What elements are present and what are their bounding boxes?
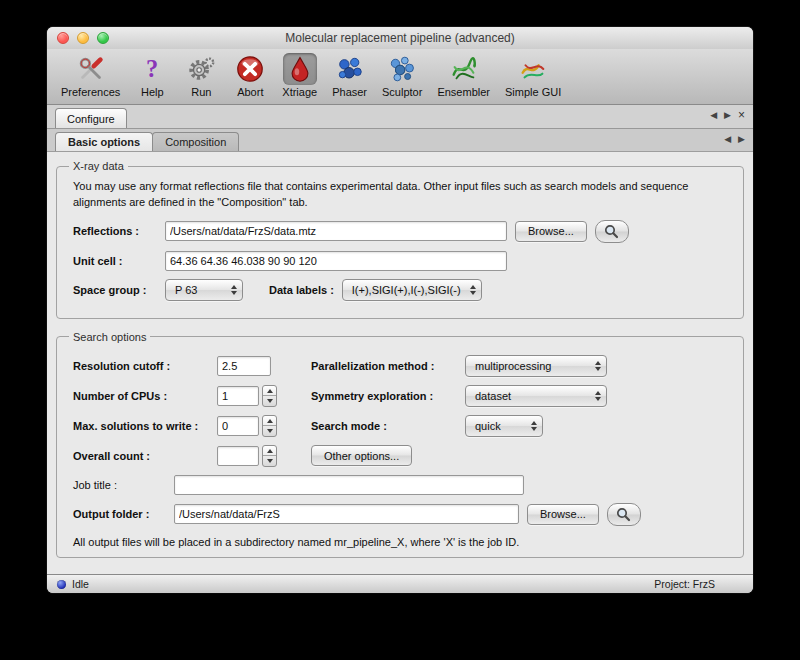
reflections-search-button[interactable] [595,220,629,243]
resolution-label: Resolution cutoff : [73,360,209,372]
resolution-input[interactable] [217,356,271,376]
reflections-row: Reflections : Browse... [73,220,733,243]
toolbar-button-phaser[interactable]: Phaser [328,52,371,99]
toolbar-label: Ensembler [437,86,490,98]
job-title-row: Job title : [73,475,733,495]
toolbar-label: Abort [237,86,263,98]
search-options-group: Search options Resolution cutoff : Paral… [56,331,744,558]
resolution-row: Resolution cutoff : Parallelization meth… [73,355,733,377]
output-folder-search-button[interactable] [607,503,641,526]
toolbar-button-preferences[interactable]: Preferences [57,52,124,99]
stepper-up-icon[interactable] [263,416,276,427]
reflections-input[interactable] [165,221,507,241]
tab-composition[interactable]: Composition [152,132,239,151]
cpus-label: Number of CPUs : [73,390,209,402]
search-mode-value: quick [475,420,501,432]
job-title-input[interactable] [174,475,524,495]
max-solutions-stepper[interactable] [262,415,277,437]
toolbar-label: Phaser [332,86,367,98]
page-tabstrip-nav: ◀ ▶ [724,134,745,145]
output-folder-input[interactable] [174,504,519,524]
tab-close-icon[interactable]: × [738,110,745,121]
minimize-window-button[interactable] [77,32,89,44]
other-options-button[interactable]: Other options... [311,445,412,466]
xray-description: You may use any format reflections file … [73,179,723,211]
data-labels-popup[interactable]: I(+),SIGI(+),I(-),SIGI(-) [342,279,482,301]
zoom-window-button[interactable] [97,32,109,44]
tab-composition-label: Composition [165,136,226,148]
close-window-button[interactable] [57,32,69,44]
stepper-down-icon[interactable] [263,456,276,466]
tab-basic-options[interactable]: Basic options [55,132,153,151]
toolbar-button-sculptor[interactable]: Sculptor [378,52,426,99]
space-group-popup[interactable]: P 63 [165,279,243,301]
stepper-down-icon[interactable] [263,426,276,436]
max-solutions-row: Max. solutions to write : Search mode : … [73,415,733,437]
toolbar-button-xtriage[interactable]: Xtriage [278,52,321,99]
phaser-icon [333,53,367,85]
magnifier-icon [616,507,631,522]
sculptor-icon [385,53,419,85]
project-label: Project: FrzS [654,578,715,590]
toolbar: Preferences ? Help Run [47,49,753,105]
overall-count-row: Overall count : Other options... [73,445,733,467]
cpus-stepper[interactable] [262,385,277,407]
unit-cell-row: Unit cell : [73,251,733,271]
output-folder-row: Output folder : Browse... [73,503,733,526]
toolbar-button-run[interactable]: Run [180,52,222,99]
popup-arrows-icon [529,421,537,431]
popup-arrows-icon [229,285,237,295]
cpus-input[interactable] [217,386,259,406]
tab-configure-label: Configure [67,113,115,125]
toolbar-label: Sculptor [382,86,422,98]
space-group-value: P 63 [175,284,197,296]
reflections-label: Reflections : [73,225,157,237]
search-mode-label: Search mode : [311,420,457,432]
title-bar[interactable]: Molecular replacement pipeline (advanced… [47,27,753,49]
popup-arrows-icon [593,391,601,401]
popup-arrows-icon [468,285,476,295]
toolbar-label: Preferences [61,86,120,98]
toolbar-button-simple-gui[interactable]: Simple GUI [501,52,565,99]
tab-configure[interactable]: Configure [55,108,127,128]
tabstrip-nav: ◀ ▶ × [710,110,745,121]
xray-group-title: X-ray data [69,160,128,172]
overall-count-input[interactable] [217,446,259,466]
preferences-icon [74,53,108,85]
status-bar: Idle Project: FrzS [47,574,753,593]
parallelization-popup[interactable]: multiprocessing [465,355,607,377]
tab-prev-icon[interactable]: ◀ [724,134,731,145]
unit-cell-input[interactable] [165,251,507,271]
toolbar-button-abort[interactable]: Abort [229,52,271,99]
window-title: Molecular replacement pipeline (advanced… [285,31,514,45]
tab-next-icon[interactable]: ▶ [738,134,745,145]
stepper-down-icon[interactable] [263,396,276,406]
max-solutions-input[interactable] [217,416,259,436]
toolbar-label: Xtriage [282,86,317,98]
toolbar-label: Simple GUI [505,86,561,98]
space-group-row: Space group : P 63 Data labels : I(+),SI… [73,279,733,301]
parallelization-value: multiprocessing [475,360,551,372]
stepper-up-icon[interactable] [263,386,276,397]
toolbar-label: Help [141,86,164,98]
tab-next-icon[interactable]: ▶ [724,110,731,121]
toolbar-label: Run [191,86,211,98]
xray-data-group: X-ray data You may use any format reflec… [56,160,744,319]
reflections-browse-button[interactable]: Browse... [515,221,587,242]
toolbar-button-ensembler[interactable]: Ensembler [433,52,494,99]
overall-count-label: Overall count : [73,450,209,462]
overall-count-stepper[interactable] [262,445,277,467]
tab-prev-icon[interactable]: ◀ [710,110,717,121]
symmetry-popup[interactable]: dataset [465,385,607,407]
page-tabstrip: Basic options Composition ◀ ▶ [47,129,753,152]
toolbar-button-help[interactable]: ? Help [131,52,173,99]
help-icon: ? [135,53,169,85]
tab-basic-options-label: Basic options [68,136,140,148]
symmetry-value: dataset [475,390,511,402]
symmetry-label: Symmetry exploration : [311,390,457,402]
output-note: All output files will be placed in a sub… [73,536,733,548]
search-mode-popup[interactable]: quick [465,415,543,437]
output-folder-browse-button[interactable]: Browse... [527,504,599,525]
unit-cell-label: Unit cell : [73,255,157,267]
stepper-up-icon[interactable] [263,446,276,457]
